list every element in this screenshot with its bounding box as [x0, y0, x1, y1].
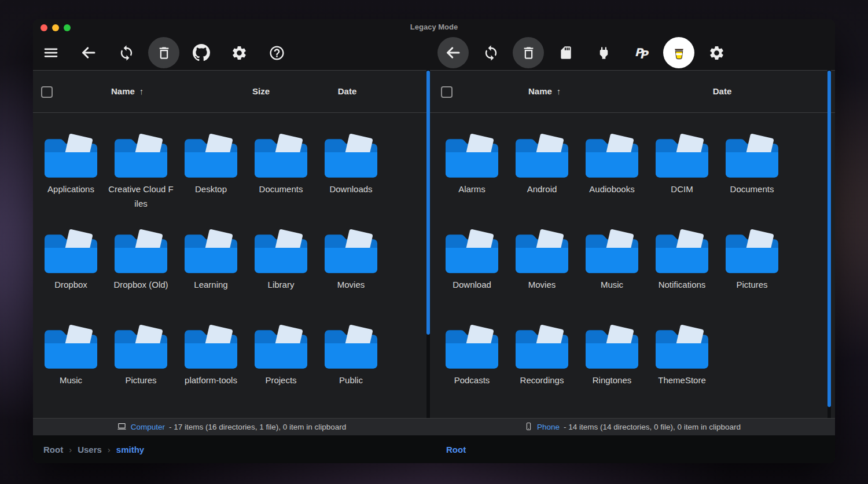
- folder-item[interactable]: DCIM: [647, 134, 717, 229]
- folder-item[interactable]: Learning: [176, 229, 246, 325]
- breadcrumb-separator-icon: ›: [69, 445, 72, 454]
- folder-item[interactable]: platform-tools: [176, 325, 246, 418]
- breadcrumb-item[interactable]: smithy: [116, 445, 144, 454]
- arrow-left-icon: [444, 44, 462, 61]
- folder-item[interactable]: Library: [246, 229, 316, 325]
- folder-icon: [323, 325, 378, 370]
- folder-label: DCIM: [671, 182, 693, 196]
- help-button[interactable]: [264, 41, 289, 65]
- close-button[interactable]: [41, 24, 47, 31]
- folder-item[interactable]: Projects: [246, 325, 316, 418]
- zoom-button[interactable]: [64, 24, 71, 31]
- local-toolbar: [39, 35, 289, 70]
- folder-label: Recordings: [520, 373, 564, 387]
- folder-item[interactable]: Dropbox: [36, 229, 106, 325]
- folder-icon: [724, 229, 779, 274]
- folder-item[interactable]: Desktop: [176, 134, 246, 229]
- go-back-button[interactable]: [76, 41, 101, 65]
- folder-item[interactable]: Notifications: [647, 229, 717, 325]
- folder-label: Creative Cloud Files: [108, 182, 174, 211]
- folder-icon: [113, 325, 168, 370]
- delete-button[interactable]: [516, 41, 540, 65]
- folder-item[interactable]: Downloads: [316, 134, 386, 229]
- folder-item[interactable]: Ringtones: [577, 325, 647, 418]
- computer-status: Computer - 17 items (16 directories, 1 f…: [33, 419, 430, 435]
- refresh-button[interactable]: [114, 41, 138, 65]
- folder-label: Download: [453, 277, 491, 292]
- folder-icon: [444, 229, 499, 274]
- folder-item[interactable]: Music: [36, 325, 106, 418]
- minimize-button[interactable]: [52, 24, 59, 31]
- folder-icon: [584, 134, 639, 179]
- paypal-icon: PP: [632, 44, 650, 61]
- refresh-icon: [483, 45, 499, 61]
- github-button[interactable]: [189, 41, 214, 65]
- app-window: Legacy Mode PP Name↑ Size Date Applicati…: [33, 19, 835, 463]
- arrow-left-icon: [80, 44, 97, 61]
- delete-button[interactable]: [152, 41, 176, 65]
- column-header-name[interactable]: Name↑: [111, 86, 144, 96]
- folder-item[interactable]: Android: [507, 134, 577, 229]
- folder-label: Android: [527, 182, 557, 196]
- usb-mode-button[interactable]: [591, 41, 616, 65]
- computer-status-text: - 17 items (16 directories, 1 file), 0 i…: [169, 423, 346, 431]
- folder-label: Ringtones: [593, 373, 632, 387]
- gear-icon: [708, 45, 725, 61]
- folder-item[interactable]: Applications: [36, 134, 106, 229]
- folder-icon: [113, 134, 168, 179]
- column-header-size[interactable]: Size: [215, 86, 307, 96]
- folder-item[interactable]: Pictures: [106, 325, 176, 418]
- folder-item[interactable]: Podcasts: [437, 325, 507, 418]
- select-all-checkbox[interactable]: [41, 86, 53, 98]
- folder-icon: [43, 134, 98, 179]
- folder-item[interactable]: Alarms: [437, 134, 507, 229]
- folder-item[interactable]: Documents: [246, 134, 316, 229]
- paypal-donate-button[interactable]: PP: [629, 41, 653, 65]
- buy-me-a-coffee-button[interactable]: [667, 41, 691, 65]
- folder-item[interactable]: Movies: [507, 229, 577, 325]
- refresh-icon: [118, 45, 135, 61]
- menu-button[interactable]: [39, 41, 63, 65]
- select-all-checkbox[interactable]: [441, 86, 453, 98]
- sort-ascending-icon: ↑: [139, 86, 144, 96]
- column-header-name[interactable]: Name↑: [528, 86, 561, 96]
- status-bar: Computer - 17 items (16 directories, 1 f…: [33, 418, 835, 435]
- storage-select-button[interactable]: [554, 41, 578, 65]
- file-panes: Name↑ Size Date Applications Creative Cl…: [33, 70, 835, 418]
- settings-button[interactable]: [704, 41, 729, 65]
- folder-item[interactable]: Documents: [717, 134, 787, 229]
- folder-label: Podcasts: [454, 373, 490, 387]
- folder-item[interactable]: Pictures: [717, 229, 787, 325]
- window-title: Legacy Mode: [33, 19, 835, 35]
- right-pane-header: Name↑ Date: [430, 70, 835, 113]
- folder-item[interactable]: ThemeStore: [647, 325, 717, 418]
- laptop-icon: [117, 421, 127, 433]
- column-header-date[interactable]: Date: [301, 86, 393, 96]
- phone-pane: Name↑ Date Alarms Android Audiobooks DCI…: [430, 70, 835, 418]
- titlebar: Legacy Mode: [33, 19, 835, 35]
- folder-item[interactable]: Audiobooks: [577, 134, 647, 229]
- folder-label: platform-tools: [185, 373, 237, 387]
- folder-item[interactable]: Creative Cloud Files: [106, 134, 176, 229]
- right-pane-scrollbar[interactable]: [827, 71, 831, 407]
- folder-item[interactable]: Download: [437, 229, 507, 325]
- settings-button[interactable]: [227, 41, 251, 65]
- computer-folder-grid: Applications Creative Cloud Files Deskto…: [33, 113, 426, 418]
- column-header-date[interactable]: Date: [676, 86, 768, 96]
- folder-label: Downloads: [329, 182, 372, 196]
- go-back-button[interactable]: [441, 41, 465, 65]
- folder-icon: [183, 325, 238, 370]
- folder-item[interactable]: Public: [316, 325, 386, 418]
- folder-item[interactable]: Recordings: [507, 325, 577, 418]
- folder-label: Learning: [194, 277, 227, 292]
- computer-link[interactable]: Computer: [131, 423, 165, 431]
- breadcrumb-item[interactable]: Root: [446, 445, 466, 454]
- toolbar-row: PP: [33, 35, 835, 70]
- folder-item[interactable]: Dropbox (Old): [106, 229, 176, 325]
- breadcrumb-item[interactable]: Root: [43, 445, 63, 454]
- refresh-button[interactable]: [479, 41, 503, 65]
- phone-link[interactable]: Phone: [537, 423, 560, 431]
- breadcrumb-item[interactable]: Users: [78, 445, 102, 454]
- folder-item[interactable]: Movies: [316, 229, 386, 325]
- folder-item[interactable]: Music: [577, 229, 647, 325]
